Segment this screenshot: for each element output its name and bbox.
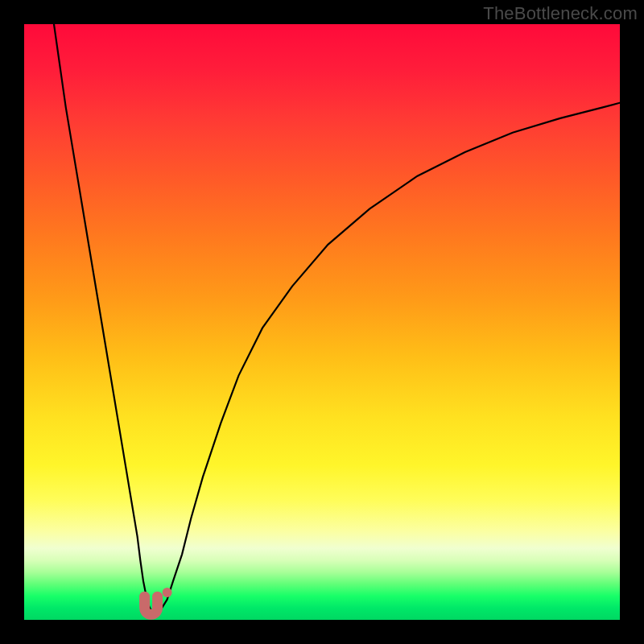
marker-dot (163, 588, 172, 597)
watermark-text: TheBottleneck.com (483, 3, 638, 24)
marker-layer (24, 24, 620, 620)
plot-area (24, 24, 620, 620)
marker-u-shape (145, 597, 158, 614)
figure-frame: TheBottleneck.com (0, 0, 644, 644)
